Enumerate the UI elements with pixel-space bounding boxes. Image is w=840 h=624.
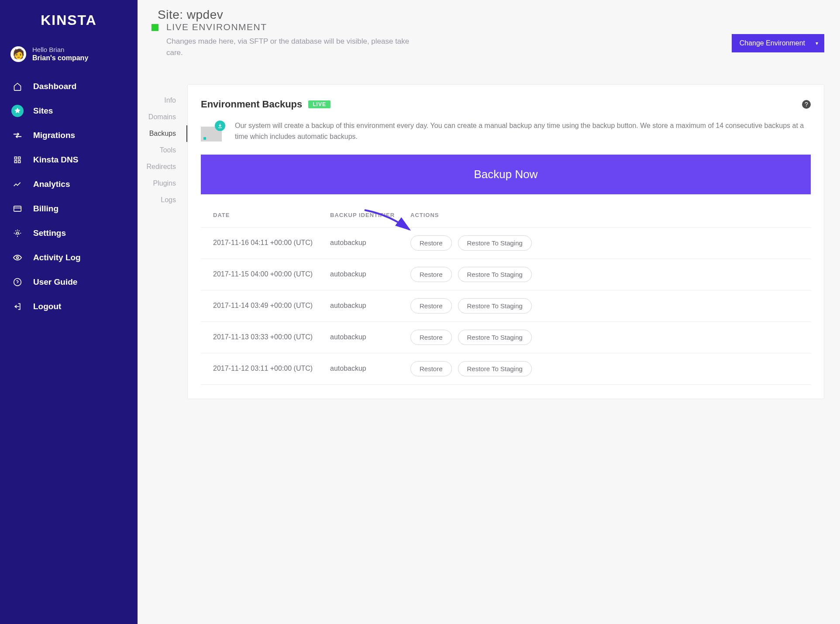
primary-nav: DashboardSitesMigrationsKinsta DNSAnalyt… bbox=[0, 74, 138, 319]
activity-icon bbox=[11, 252, 24, 264]
backup-now-button[interactable]: Backup Now bbox=[201, 155, 811, 194]
restore-to-staging-button[interactable]: Restore To Staging bbox=[458, 298, 532, 314]
logout-icon bbox=[11, 300, 24, 313]
subnav-item-logs[interactable]: Logs bbox=[138, 192, 187, 208]
backups-table: DATE BACKUP IDENTIFIER ACTIONS 2017-11-1… bbox=[201, 212, 811, 385]
restore-to-staging-button[interactable]: Restore To Staging bbox=[458, 361, 532, 376]
sidebar-item-billing[interactable]: Billing bbox=[0, 197, 138, 221]
subnav-item-domains[interactable]: Domains bbox=[138, 109, 187, 125]
backup-date: 2017-11-12 03:11 +00:00 (UTC) bbox=[213, 365, 330, 372]
subnav-item-redirects[interactable]: Redirects bbox=[138, 159, 187, 175]
restore-to-staging-button[interactable]: Restore To Staging bbox=[458, 235, 532, 251]
backup-identifier: autobackup bbox=[330, 333, 410, 341]
restore-to-staging-button[interactable]: Restore To Staging bbox=[458, 267, 532, 282]
avatar: 🧑 bbox=[10, 46, 26, 62]
sidebar-item-sites[interactable]: Sites bbox=[0, 99, 138, 123]
environment-desc: Changes made here, via SFTP or the datab… bbox=[166, 36, 411, 58]
chevron-down-icon: ▾ bbox=[816, 40, 818, 46]
dns-icon bbox=[11, 154, 24, 166]
nav-label: Settings bbox=[33, 228, 66, 238]
nav-label: Kinsta DNS bbox=[33, 155, 78, 165]
col-date-header: DATE bbox=[213, 212, 330, 218]
backup-identifier: autobackup bbox=[330, 239, 410, 247]
subnav-item-plugins[interactable]: Plugins bbox=[138, 175, 187, 192]
sidebar-item-settings[interactable]: Settings bbox=[0, 221, 138, 245]
migrations-icon bbox=[11, 129, 24, 141]
sidebar-item-analytics[interactable]: Analytics bbox=[0, 172, 138, 197]
restore-button[interactable]: Restore bbox=[410, 267, 452, 282]
table-row: 2017-11-12 03:11 +00:00 (UTC)autobackupR… bbox=[201, 353, 811, 385]
main-content: Site: wpdev LIVE ENVIRONMENT Changes mad… bbox=[138, 0, 840, 624]
page-title: Site: wpdev bbox=[138, 8, 824, 22]
backup-identifier: autobackup bbox=[330, 270, 410, 278]
nav-label: Activity Log bbox=[33, 253, 81, 262]
help-icon[interactable]: ? bbox=[802, 100, 811, 109]
table-row: 2017-11-16 04:11 +00:00 (UTC)autobackupR… bbox=[201, 228, 811, 259]
environment-title: LIVE ENVIRONMENT bbox=[166, 22, 411, 32]
table-row: 2017-11-15 04:00 +00:00 (UTC)autobackupR… bbox=[201, 259, 811, 290]
restore-to-staging-button[interactable]: Restore To Staging bbox=[458, 330, 532, 345]
backup-identifier: autobackup bbox=[330, 365, 410, 372]
sidebar-item-user-guide[interactable]: User Guide bbox=[0, 270, 138, 294]
table-head: DATE BACKUP IDENTIFIER ACTIONS bbox=[201, 212, 811, 228]
environment-indicator bbox=[151, 24, 158, 31]
guide-icon bbox=[11, 276, 24, 288]
sidebar-item-activity-log[interactable]: Activity Log bbox=[0, 245, 138, 270]
user-block[interactable]: 🧑 Hello Brian Brian's company bbox=[0, 41, 138, 74]
user-company: Brian's company bbox=[32, 54, 88, 62]
backups-card: Environment Backups LIVE ? Our system bbox=[187, 84, 824, 399]
home-icon bbox=[11, 80, 24, 93]
brand-logo: KINSTA bbox=[0, 6, 138, 41]
backup-icon bbox=[201, 121, 225, 141]
sidebar-item-migrations[interactable]: Migrations bbox=[0, 123, 138, 148]
subnav-item-backups[interactable]: Backups bbox=[138, 125, 187, 142]
change-environment-button[interactable]: Change Environment ▾ bbox=[732, 34, 824, 52]
restore-button[interactable]: Restore bbox=[410, 298, 452, 314]
nav-label: Sites bbox=[33, 106, 53, 116]
svg-rect-0 bbox=[14, 206, 21, 211]
sites-icon bbox=[11, 105, 24, 117]
backup-date: 2017-11-14 03:49 +00:00 (UTC) bbox=[213, 302, 330, 310]
nav-label: Logout bbox=[33, 302, 61, 311]
sidebar-item-dashboard[interactable]: Dashboard bbox=[0, 74, 138, 99]
table-row: 2017-11-13 03:33 +00:00 (UTC)autobackupR… bbox=[201, 322, 811, 353]
live-badge: LIVE bbox=[308, 100, 330, 108]
backup-date: 2017-11-15 04:00 +00:00 (UTC) bbox=[213, 270, 330, 278]
card-title: Environment Backups bbox=[201, 99, 302, 110]
col-actions-header: ACTIONS bbox=[410, 212, 799, 218]
sidebar-item-kinsta-dns[interactable]: Kinsta DNS bbox=[0, 148, 138, 172]
nav-label: Migrations bbox=[33, 131, 75, 140]
svg-point-2 bbox=[17, 257, 19, 259]
table-row: 2017-11-14 03:49 +00:00 (UTC)autobackupR… bbox=[201, 290, 811, 322]
restore-button[interactable]: Restore bbox=[410, 361, 452, 376]
backup-info-text: Our system will create a backup of this … bbox=[235, 121, 811, 142]
restore-button[interactable]: Restore bbox=[410, 330, 452, 345]
nav-label: Dashboard bbox=[33, 82, 76, 91]
subnav-item-info[interactable]: Info bbox=[138, 92, 187, 109]
user-hello: Hello Brian bbox=[32, 46, 88, 53]
download-icon bbox=[215, 121, 225, 131]
subnav-item-tools[interactable]: Tools bbox=[138, 142, 187, 159]
backup-date: 2017-11-16 04:11 +00:00 (UTC) bbox=[213, 239, 330, 247]
backup-date: 2017-11-13 03:33 +00:00 (UTC) bbox=[213, 333, 330, 341]
site-subnav: InfoDomainsBackupsToolsRedirectsPluginsL… bbox=[138, 84, 187, 399]
change-environment-label: Change Environment bbox=[740, 39, 805, 47]
nav-label: User Guide bbox=[33, 277, 77, 287]
billing-icon bbox=[11, 203, 24, 215]
col-id-header: BACKUP IDENTIFIER bbox=[330, 212, 410, 218]
sidebar: KINSTA 🧑 Hello Brian Brian's company Das… bbox=[0, 0, 138, 624]
nav-label: Analytics bbox=[33, 179, 70, 189]
restore-button[interactable]: Restore bbox=[410, 235, 452, 251]
backup-identifier: autobackup bbox=[330, 302, 410, 310]
sidebar-item-logout[interactable]: Logout bbox=[0, 294, 138, 319]
svg-point-1 bbox=[17, 232, 19, 234]
analytics-icon bbox=[11, 178, 24, 190]
svg-point-3 bbox=[14, 279, 21, 286]
settings-icon bbox=[11, 227, 24, 239]
nav-label: Billing bbox=[33, 204, 59, 214]
